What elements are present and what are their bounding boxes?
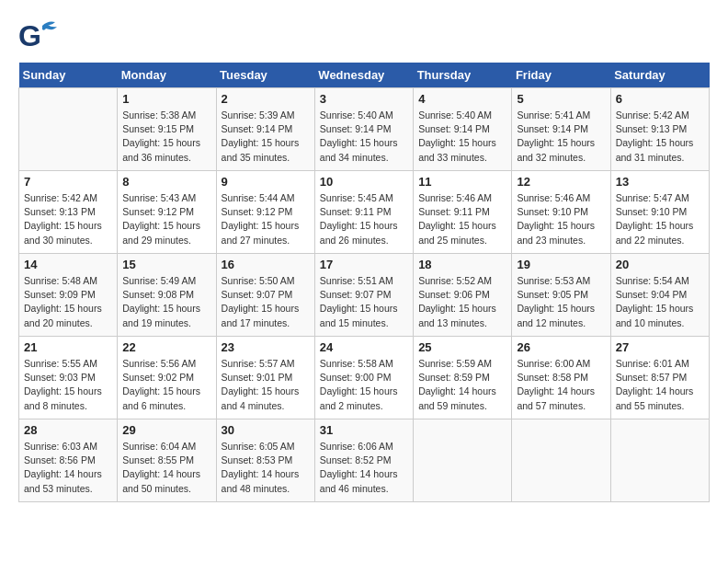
day-info: Sunrise: 5:50 AM Sunset: 9:07 PM Dayligh… <box>222 274 310 330</box>
day-number: 19 <box>517 258 605 271</box>
calendar-cell: 13Sunrise: 5:47 AM Sunset: 9:10 PM Dayli… <box>610 171 709 254</box>
day-info: Sunrise: 6:01 AM Sunset: 8:57 PM Dayligh… <box>616 357 704 413</box>
day-number: 26 <box>517 340 605 354</box>
day-number: 25 <box>418 340 506 354</box>
day-info: Sunrise: 5:55 AM Sunset: 9:03 PM Dayligh… <box>24 357 112 413</box>
day-number: 9 <box>222 175 310 189</box>
day-info: Sunrise: 5:56 AM Sunset: 9:02 PM Dayligh… <box>122 357 210 413</box>
calendar-cell: 27Sunrise: 6:01 AM Sunset: 8:57 PM Dayli… <box>610 337 709 419</box>
logo: G <box>18 18 63 53</box>
calendar-cell: 18Sunrise: 5:52 AM Sunset: 9:06 PM Dayli… <box>414 254 512 337</box>
calendar-cell: 14Sunrise: 5:48 AM Sunset: 9:09 PM Dayli… <box>19 254 118 337</box>
calendar-cell: 4Sunrise: 5:40 AM Sunset: 9:14 PM Daylig… <box>414 88 512 171</box>
calendar-cell: 15Sunrise: 5:49 AM Sunset: 9:08 PM Dayli… <box>118 254 216 337</box>
day-info: Sunrise: 5:40 AM Sunset: 9:14 PM Dayligh… <box>418 109 506 165</box>
day-number: 31 <box>320 423 408 437</box>
day-number: 12 <box>517 175 605 189</box>
day-number: 2 <box>222 92 310 106</box>
calendar-cell: 16Sunrise: 5:50 AM Sunset: 9:07 PM Dayli… <box>216 254 314 337</box>
calendar-cell: 23Sunrise: 5:57 AM Sunset: 9:01 PM Dayli… <box>216 337 314 419</box>
day-info: Sunrise: 5:54 AM Sunset: 9:04 PM Dayligh… <box>616 274 704 330</box>
calendar-cell <box>19 88 118 171</box>
day-info: Sunrise: 6:04 AM Sunset: 8:55 PM Dayligh… <box>122 440 210 496</box>
calendar-cell: 30Sunrise: 6:05 AM Sunset: 8:53 PM Dayli… <box>216 419 314 502</box>
day-info: Sunrise: 6:05 AM Sunset: 8:53 PM Dayligh… <box>222 440 310 496</box>
day-number: 3 <box>320 92 408 106</box>
day-number: 5 <box>517 92 605 106</box>
weekday-header: Tuesday <box>216 63 314 88</box>
day-info: Sunrise: 5:47 AM Sunset: 9:10 PM Dayligh… <box>616 191 704 247</box>
calendar-cell: 8Sunrise: 5:43 AM Sunset: 9:12 PM Daylig… <box>118 171 216 254</box>
svg-text:G: G <box>18 19 41 52</box>
calendar-cell: 5Sunrise: 5:41 AM Sunset: 9:14 PM Daylig… <box>512 88 610 171</box>
day-info: Sunrise: 5:57 AM Sunset: 9:01 PM Dayligh… <box>222 357 310 413</box>
day-info: Sunrise: 6:00 AM Sunset: 8:58 PM Dayligh… <box>517 357 605 413</box>
day-number: 17 <box>320 258 408 271</box>
calendar-week-row: 21Sunrise: 5:55 AM Sunset: 9:03 PM Dayli… <box>19 337 710 419</box>
day-number: 10 <box>320 175 408 189</box>
calendar-week-row: 14Sunrise: 5:48 AM Sunset: 9:09 PM Dayli… <box>19 254 710 337</box>
day-info: Sunrise: 5:42 AM Sunset: 9:13 PM Dayligh… <box>616 109 704 165</box>
calendar-week-row: 7Sunrise: 5:42 AM Sunset: 9:13 PM Daylig… <box>19 171 710 254</box>
logo-icon: G <box>18 18 59 53</box>
day-number: 14 <box>24 258 112 271</box>
day-number: 29 <box>122 423 210 437</box>
calendar-cell: 25Sunrise: 5:59 AM Sunset: 8:59 PM Dayli… <box>414 337 512 419</box>
day-number: 21 <box>24 340 112 354</box>
calendar-cell: 3Sunrise: 5:40 AM Sunset: 9:14 PM Daylig… <box>314 88 413 171</box>
day-info: Sunrise: 5:51 AM Sunset: 9:07 PM Dayligh… <box>320 274 408 330</box>
day-number: 28 <box>24 423 112 437</box>
weekday-header: Friday <box>512 63 610 88</box>
calendar-cell: 28Sunrise: 6:03 AM Sunset: 8:56 PM Dayli… <box>19 419 118 502</box>
day-info: Sunrise: 5:45 AM Sunset: 9:11 PM Dayligh… <box>320 191 408 247</box>
day-number: 13 <box>616 175 704 189</box>
day-info: Sunrise: 6:03 AM Sunset: 8:56 PM Dayligh… <box>24 440 112 496</box>
day-info: Sunrise: 5:46 AM Sunset: 9:11 PM Dayligh… <box>418 191 506 247</box>
calendar-cell: 12Sunrise: 5:46 AM Sunset: 9:10 PM Dayli… <box>512 171 610 254</box>
day-number: 23 <box>222 340 310 354</box>
day-number: 30 <box>222 423 310 437</box>
day-info: Sunrise: 5:59 AM Sunset: 8:59 PM Dayligh… <box>418 357 506 413</box>
calendar-body: 1Sunrise: 5:38 AM Sunset: 9:15 PM Daylig… <box>19 88 710 502</box>
day-info: Sunrise: 5:49 AM Sunset: 9:08 PM Dayligh… <box>122 274 210 330</box>
day-number: 24 <box>320 340 408 354</box>
weekday-header: Monday <box>118 63 216 88</box>
day-info: Sunrise: 5:53 AM Sunset: 9:05 PM Dayligh… <box>517 274 605 330</box>
page-header: G <box>18 18 710 53</box>
day-number: 22 <box>122 340 210 354</box>
day-info: Sunrise: 5:41 AM Sunset: 9:14 PM Dayligh… <box>517 109 605 165</box>
day-number: 1 <box>122 92 210 106</box>
weekday-header: Thursday <box>414 63 512 88</box>
day-number: 15 <box>122 258 210 271</box>
day-number: 7 <box>24 175 112 189</box>
day-number: 4 <box>418 92 506 106</box>
day-number: 27 <box>616 340 704 354</box>
calendar-cell: 17Sunrise: 5:51 AM Sunset: 9:07 PM Dayli… <box>314 254 413 337</box>
calendar-header-row: SundayMondayTuesdayWednesdayThursdayFrid… <box>19 63 710 88</box>
weekday-header: Saturday <box>610 63 709 88</box>
calendar-cell: 10Sunrise: 5:45 AM Sunset: 9:11 PM Dayli… <box>314 171 413 254</box>
day-info: Sunrise: 5:44 AM Sunset: 9:12 PM Dayligh… <box>222 191 310 247</box>
day-info: Sunrise: 5:58 AM Sunset: 9:00 PM Dayligh… <box>320 357 408 413</box>
day-number: 11 <box>418 175 506 189</box>
calendar-table: SundayMondayTuesdayWednesdayThursdayFrid… <box>18 63 710 502</box>
calendar-cell: 9Sunrise: 5:44 AM Sunset: 9:12 PM Daylig… <box>216 171 314 254</box>
day-number: 18 <box>418 258 506 271</box>
calendar-cell: 2Sunrise: 5:39 AM Sunset: 9:14 PM Daylig… <box>216 88 314 171</box>
weekday-header: Wednesday <box>314 63 413 88</box>
day-info: Sunrise: 5:42 AM Sunset: 9:13 PM Dayligh… <box>24 191 112 247</box>
day-info: Sunrise: 5:40 AM Sunset: 9:14 PM Dayligh… <box>320 109 408 165</box>
calendar-cell: 21Sunrise: 5:55 AM Sunset: 9:03 PM Dayli… <box>19 337 118 419</box>
calendar-cell <box>610 419 709 502</box>
calendar-week-row: 28Sunrise: 6:03 AM Sunset: 8:56 PM Dayli… <box>19 419 710 502</box>
calendar-cell: 26Sunrise: 6:00 AM Sunset: 8:58 PM Dayli… <box>512 337 610 419</box>
calendar-cell: 7Sunrise: 5:42 AM Sunset: 9:13 PM Daylig… <box>19 171 118 254</box>
calendar-week-row: 1Sunrise: 5:38 AM Sunset: 9:15 PM Daylig… <box>19 88 710 171</box>
calendar-cell: 24Sunrise: 5:58 AM Sunset: 9:00 PM Dayli… <box>314 337 413 419</box>
calendar-cell: 31Sunrise: 6:06 AM Sunset: 8:52 PM Dayli… <box>314 419 413 502</box>
calendar-cell: 6Sunrise: 5:42 AM Sunset: 9:13 PM Daylig… <box>610 88 709 171</box>
calendar-cell: 20Sunrise: 5:54 AM Sunset: 9:04 PM Dayli… <box>610 254 709 337</box>
calendar-cell: 1Sunrise: 5:38 AM Sunset: 9:15 PM Daylig… <box>118 88 216 171</box>
calendar-cell: 19Sunrise: 5:53 AM Sunset: 9:05 PM Dayli… <box>512 254 610 337</box>
calendar-cell: 29Sunrise: 6:04 AM Sunset: 8:55 PM Dayli… <box>118 419 216 502</box>
